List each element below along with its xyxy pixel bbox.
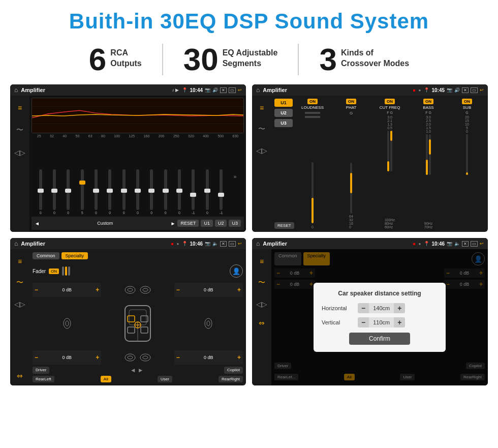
eq-track-7[interactable] [122, 169, 126, 210]
rearright-button-3[interactable]: RearRight [219, 376, 243, 382]
x-icon-3[interactable]: ✕ [220, 241, 227, 247]
dialog-sliders-icon[interactable]: ≡ [255, 254, 269, 268]
eq-handle-4[interactable] [79, 181, 85, 185]
speaker-vol-icon[interactable]: ◁▷ [13, 297, 27, 311]
eq-handle-13[interactable] [204, 189, 210, 193]
prev-arrow[interactable]: ◄ [35, 221, 40, 226]
on-badge-cutfreq[interactable]: ON [385, 99, 395, 104]
u1-button-1[interactable]: U1 [201, 220, 213, 227]
dialog-arrows-icon[interactable]: ⇔ [259, 318, 265, 333]
speaker-sliders-icon[interactable]: ≡ [13, 254, 27, 268]
fader-slide-2[interactable] [65, 266, 67, 276]
right-arrow-3[interactable]: ► [138, 367, 144, 374]
vol-tr-plus[interactable]: + [237, 286, 241, 293]
back-icon-3[interactable]: ↩ [238, 241, 242, 246]
back-icon-1[interactable]: ↩ [238, 87, 242, 93]
reset-button-1[interactable]: RESET [177, 220, 199, 227]
eq-handle-11[interactable] [176, 189, 182, 193]
rearleft-button-3[interactable]: RearLeft [33, 376, 54, 382]
eq-handle-6[interactable] [107, 189, 113, 193]
eq-track-4[interactable] [81, 169, 84, 210]
fader-slide-1[interactable] [62, 266, 64, 276]
bass-track2[interactable] [429, 134, 431, 175]
fader-slide-3[interactable] [68, 266, 70, 276]
eq-wave-icon[interactable]: 〜 [13, 123, 27, 137]
next-arrow[interactable]: ► [171, 221, 176, 226]
tab-common-3[interactable]: Common [33, 252, 59, 259]
eq-handle-2[interactable] [51, 189, 57, 193]
home-icon-3[interactable]: ⌂ [14, 240, 18, 247]
phat-track1[interactable] [350, 163, 352, 214]
horizontal-minus[interactable]: − [358, 303, 369, 313]
dialog-wave-icon[interactable]: 〜 [255, 276, 269, 290]
eq-track-14[interactable] [220, 169, 223, 210]
vol-bl-plus[interactable]: + [96, 354, 99, 361]
preset-u1[interactable]: U1 [274, 99, 293, 107]
eq-handle-14[interactable] [218, 193, 224, 197]
mixer-sliders-icon[interactable]: ≡ [255, 101, 269, 115]
eq-track-1[interactable] [39, 169, 42, 210]
vertical-minus[interactable]: − [358, 317, 369, 327]
eq-handle-10[interactable] [163, 189, 169, 193]
sub-track1[interactable] [466, 134, 468, 175]
all-button-3[interactable]: All [101, 376, 111, 382]
fader-on-badge[interactable]: ON [49, 268, 59, 274]
back-icon-2[interactable]: ↩ [480, 87, 484, 93]
eq-track-6[interactable] [108, 169, 111, 210]
u2-button-1[interactable]: U2 [215, 220, 227, 227]
home-icon-1[interactable]: ⌂ [14, 86, 18, 94]
vol-tl-minus[interactable]: − [35, 286, 38, 293]
eq-track-5[interactable] [95, 169, 98, 210]
mixer-wave-icon[interactable]: 〜 [255, 122, 269, 136]
back-icon-4[interactable]: ↩ [480, 241, 484, 246]
bass-track1[interactable] [426, 134, 428, 175]
eq-track-11[interactable] [178, 169, 181, 210]
eq-track-13[interactable] [206, 169, 209, 210]
eq-track-9[interactable] [150, 169, 153, 210]
home-icon-2[interactable]: ⌂ [256, 86, 260, 94]
mixer-vol-icon[interactable]: ◁▷ [255, 143, 269, 158]
user-button-3[interactable]: User [158, 376, 172, 382]
eq-track-3[interactable] [67, 169, 70, 210]
cutfreq-track1[interactable] [387, 131, 389, 171]
vol-br-plus[interactable]: + [237, 354, 241, 361]
reset-button-2[interactable]: RESET [274, 222, 294, 229]
cutfreq-track2[interactable] [390, 131, 392, 171]
vol-bl-minus[interactable]: − [35, 354, 38, 361]
left-arrow-3[interactable]: ◄ [130, 367, 136, 374]
on-badge-bass[interactable]: ON [423, 99, 433, 104]
eq-handle-7[interactable] [121, 189, 127, 193]
home-icon-4[interactable]: ⌂ [256, 240, 260, 247]
eq-handle-1[interactable] [38, 189, 44, 193]
u3-button-1[interactable]: U3 [229, 220, 241, 227]
vol-tr-minus[interactable]: − [176, 286, 180, 293]
x-icon-4[interactable]: ✕ [462, 241, 469, 247]
confirm-button[interactable]: Confirm [349, 333, 410, 345]
eq-handle-9[interactable] [148, 189, 154, 193]
dialog-vol-icon[interactable]: ◁▷ [255, 297, 269, 311]
eq-track-8[interactable] [136, 169, 139, 210]
speaker-arrows-icon[interactable]: ⇔ [17, 371, 23, 380]
loudness-slider2[interactable] [305, 116, 320, 118]
preset-u2[interactable]: U2 [274, 109, 293, 117]
loudness-slider[interactable] [305, 112, 320, 114]
driver-button-3[interactable]: Driver [33, 367, 49, 374]
expand-icon[interactable]: » [234, 174, 237, 180]
eq-track-2[interactable] [53, 169, 56, 210]
tab-specialty-3[interactable]: Specialty [61, 252, 88, 259]
on-badge-loudness[interactable]: ON [307, 99, 318, 104]
copilot-button-3[interactable]: Copilot [224, 367, 243, 374]
vol-br-minus[interactable]: − [176, 354, 180, 361]
vertical-plus[interactable]: + [394, 317, 405, 327]
x-icon-2[interactable]: ✕ [462, 87, 469, 93]
preset-u3[interactable]: U3 [274, 119, 293, 127]
eq-volume-icon[interactable]: ◁▷ [13, 145, 27, 160]
on-badge-phat[interactable]: ON [346, 99, 356, 104]
eq-handle-5[interactable] [93, 189, 99, 193]
speaker-wave-icon[interactable]: 〜 [13, 276, 27, 290]
eq-handle-3[interactable] [65, 189, 71, 193]
on-badge-sub[interactable]: ON [462, 99, 472, 104]
eq-handle-8[interactable] [135, 189, 141, 193]
eq-track-10[interactable] [164, 169, 167, 210]
horizontal-plus[interactable]: + [394, 303, 405, 313]
